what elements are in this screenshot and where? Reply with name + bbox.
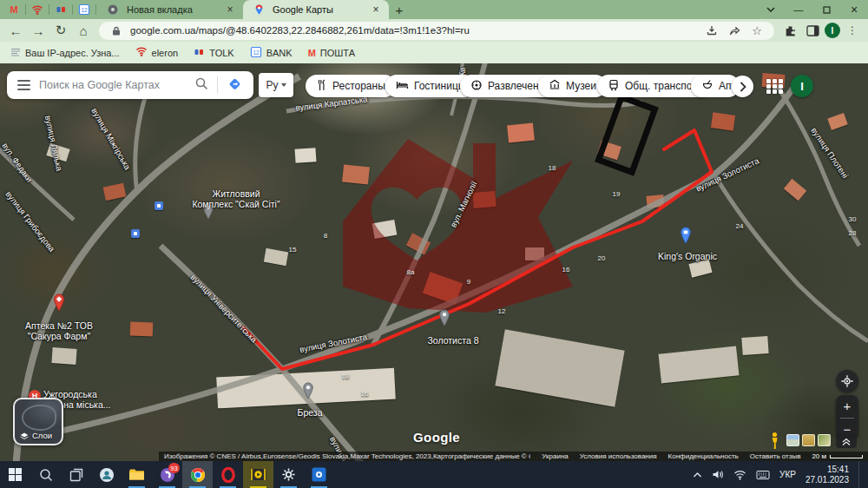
shop-pin[interactable] — [680, 227, 693, 247]
bookmark-item[interactable]: Ваш IP-адрес. Узна... — [10, 47, 120, 59]
house-number: 9 — [467, 278, 470, 286]
pinned-tab-tolk-icon[interactable] — [50, 0, 71, 19]
keyboard-icon[interactable] — [756, 470, 770, 480]
windows-taskbar: 93 УКР 15:41 27.01.2023 — [0, 461, 868, 488]
chrome-app[interactable] — [182, 461, 213, 488]
maximize-button[interactable] — [812, 0, 840, 19]
forward-button[interactable]: → — [28, 21, 49, 40]
start-button[interactable] — [0, 461, 30, 488]
pinned-tab-calendar-icon[interactable]: 12 — [74, 0, 95, 19]
bookmark-label: eleron — [152, 48, 179, 58]
maps-profile-avatar[interactable]: I — [791, 75, 813, 97]
bookmark-item[interactable]: 12BANK — [250, 46, 293, 60]
photos-app[interactable] — [304, 461, 334, 488]
transit-stop-icon[interactable] — [131, 229, 140, 238]
building — [495, 329, 624, 406]
tab-google-maps[interactable]: Google Карты × — [243, 0, 389, 19]
chip-restaurant[interactable]: Рестораны — [306, 75, 396, 97]
chips-scroll-right-button[interactable] — [732, 76, 753, 97]
extensions-puzzle-icon[interactable] — [779, 21, 800, 40]
transit-stop-icon[interactable] — [155, 201, 163, 210]
pharmacy-pin[interactable] — [52, 293, 66, 315]
thumbnail-1[interactable] — [786, 434, 799, 446]
footer-link[interactable]: Украина — [542, 452, 568, 460]
footer-link[interactable]: Условия использования — [580, 452, 657, 460]
menu-dots-icon[interactable]: ⋮ — [842, 21, 863, 40]
thumbnail-2[interactable] — [802, 434, 815, 446]
street-label: вулиця Лялька — [43, 115, 64, 172]
people-app[interactable] — [91, 461, 122, 488]
home-button[interactable]: ⌂ — [73, 21, 94, 40]
keyboard-language[interactable]: УКР — [779, 470, 796, 479]
show-desktop-button[interactable] — [858, 461, 863, 488]
restaurant-icon — [316, 79, 327, 94]
tray-chevron-up-icon[interactable] — [693, 472, 702, 478]
house-number: 30 — [849, 215, 857, 223]
bookmark-item[interactable]: MПОШТА — [308, 48, 355, 58]
expand-imagery-button[interactable] — [836, 433, 857, 448]
language-selector[interactable]: Ру — [259, 73, 293, 97]
volume-icon[interactable] — [712, 469, 724, 480]
menu-hamburger-icon[interactable] — [17, 80, 30, 90]
taskbar-clock[interactable]: 15:41 27.01.2023 — [806, 465, 849, 485]
transit-icon — [608, 79, 620, 94]
google-apps-grid-icon[interactable] — [766, 79, 784, 94]
thumbnail-3[interactable] — [818, 434, 831, 446]
building — [342, 164, 370, 184]
minimize-button[interactable]: — — [785, 0, 812, 19]
close-window-button[interactable]: × — [840, 0, 868, 19]
poi-pin[interactable] — [302, 382, 315, 403]
pinned-tab-wifi-icon[interactable] — [27, 0, 48, 19]
opera-app[interactable] — [213, 461, 243, 488]
bookmark-item[interactable]: eleron — [135, 46, 179, 59]
new-tab-button[interactable]: + — [389, 0, 410, 19]
search-icon[interactable] — [195, 77, 208, 94]
install-icon[interactable] — [703, 24, 720, 36]
street-label: вулиця Університетська — [189, 272, 260, 344]
lock-icon — [108, 25, 125, 36]
side-panel-icon[interactable] — [802, 21, 823, 40]
search-input[interactable]: Поиск на Google Картах — [39, 79, 187, 91]
bookmark-star-icon[interactable]: ☆ — [748, 24, 766, 37]
share-icon[interactable] — [726, 24, 743, 36]
kmplayer-app[interactable] — [243, 461, 273, 488]
layers-widget[interactable]: Слои — [13, 398, 63, 445]
viber-app[interactable]: 93 — [152, 461, 182, 488]
street-label: вулиця Золотиста — [299, 332, 368, 354]
house-number: 12 — [498, 307, 506, 315]
house-number: 20 — [598, 254, 606, 262]
desktop-screen: M12 Новая вкладка × Google Карты × + — ×… — [0, 0, 868, 488]
svg-text:12: 12 — [253, 49, 260, 56]
chip-label: Музеи — [566, 80, 596, 92]
settings-app[interactable] — [273, 461, 304, 488]
footer-link[interactable]: Конфиденциальность — [668, 452, 739, 460]
scale-label: 20 м — [812, 452, 826, 460]
poi-pin[interactable] — [438, 309, 451, 330]
browser-profile-avatar[interactable]: I — [825, 23, 840, 38]
zoom-in-button[interactable]: + — [836, 395, 858, 418]
address-bar[interactable]: google.com.ua/maps/@48.6402283,22.284688… — [99, 22, 774, 40]
task-view-button[interactable] — [61, 461, 91, 488]
imagery-thumbnails[interactable] — [786, 434, 831, 446]
building — [372, 220, 398, 239]
google-maps-satellite-view[interactable]: вул. Федакивулиця Лялькавулиця Міжгірськ… — [0, 63, 868, 461]
tab-new-tab[interactable]: Новая вкладка × — [97, 0, 243, 19]
close-tab-icon[interactable]: × — [370, 3, 382, 16]
gmail-icon: M — [308, 48, 316, 58]
directions-icon[interactable] — [227, 76, 243, 96]
footer-link[interactable]: Оставить отзыв — [750, 452, 801, 460]
bookmark-label: ПОШТА — [320, 48, 355, 58]
my-location-button[interactable] — [836, 370, 858, 392]
network-wifi-icon[interactable] — [733, 469, 746, 480]
pinned-tab-gmail-icon[interactable]: M — [3, 0, 24, 19]
bookmark-item[interactable]: TOLK — [194, 47, 234, 59]
maps-search-box[interactable]: Поиск на Google Картах — [7, 71, 253, 99]
taskbar-search-button[interactable] — [30, 461, 61, 488]
pegman-icon[interactable] — [768, 432, 784, 451]
tab-search-chevron-icon[interactable] — [757, 0, 785, 19]
back-button[interactable]: ← — [5, 21, 26, 40]
file-explorer-app[interactable] — [122, 461, 152, 488]
reload-button[interactable]: ↻ — [50, 21, 71, 40]
new-tab-favicon — [104, 3, 122, 16]
close-tab-icon[interactable]: × — [224, 3, 236, 16]
